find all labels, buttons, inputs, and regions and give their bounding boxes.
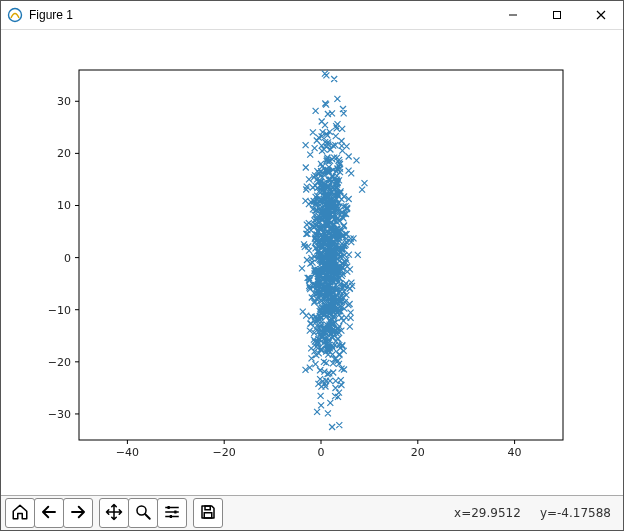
- svg-rect-28: [168, 506, 170, 509]
- svg-point-0: [9, 9, 22, 22]
- maximize-button[interactable]: [535, 1, 579, 29]
- titlebar: Figure 1: [1, 1, 623, 30]
- sliders-icon: [163, 503, 181, 524]
- svg-rect-31: [205, 506, 210, 510]
- plot-svg: −40−2002040−30−20−100102030: [1, 30, 623, 495]
- svg-text:40: 40: [508, 446, 522, 459]
- svg-text:−40: −40: [116, 446, 139, 459]
- arrow-left-icon: [40, 503, 58, 524]
- svg-rect-1: [554, 12, 561, 19]
- svg-text:20: 20: [57, 147, 71, 160]
- figure-canvas[interactable]: −40−2002040−30−20−100102030: [1, 30, 623, 495]
- svg-text:0: 0: [64, 252, 71, 265]
- zoom-icon: [134, 503, 152, 524]
- save-button[interactable]: [193, 498, 223, 528]
- svg-rect-30: [170, 515, 172, 518]
- home-icon: [11, 503, 29, 524]
- window-title: Figure 1: [29, 8, 73, 22]
- cursor-coordinates: x=29.9512 y=-4.17588: [454, 506, 619, 520]
- zoom-button[interactable]: [128, 498, 158, 528]
- pan-button[interactable]: [99, 498, 129, 528]
- svg-text:−20: −20: [48, 356, 71, 369]
- svg-text:−10: −10: [48, 304, 71, 317]
- minimize-button[interactable]: [491, 1, 535, 29]
- save-icon: [199, 503, 217, 524]
- arrow-right-icon: [69, 503, 87, 524]
- close-button[interactable]: [579, 1, 623, 29]
- svg-text:20: 20: [411, 446, 425, 459]
- move-icon: [105, 503, 123, 524]
- configure-button[interactable]: [157, 498, 187, 528]
- home-button[interactable]: [5, 498, 35, 528]
- svg-rect-32: [204, 512, 212, 517]
- forward-button[interactable]: [63, 498, 93, 528]
- svg-rect-29: [174, 510, 176, 513]
- back-button[interactable]: [34, 498, 64, 528]
- svg-text:30: 30: [57, 95, 71, 108]
- svg-text:−20: −20: [213, 446, 236, 459]
- nav-toolbar: x=29.9512 y=-4.17588: [1, 495, 623, 530]
- svg-text:−30: −30: [48, 408, 71, 421]
- app-window: Figure 1 −40−2002040−30−20−100102030: [0, 0, 624, 531]
- svg-text:0: 0: [318, 446, 325, 459]
- app-icon: [7, 7, 23, 23]
- svg-text:10: 10: [57, 199, 71, 212]
